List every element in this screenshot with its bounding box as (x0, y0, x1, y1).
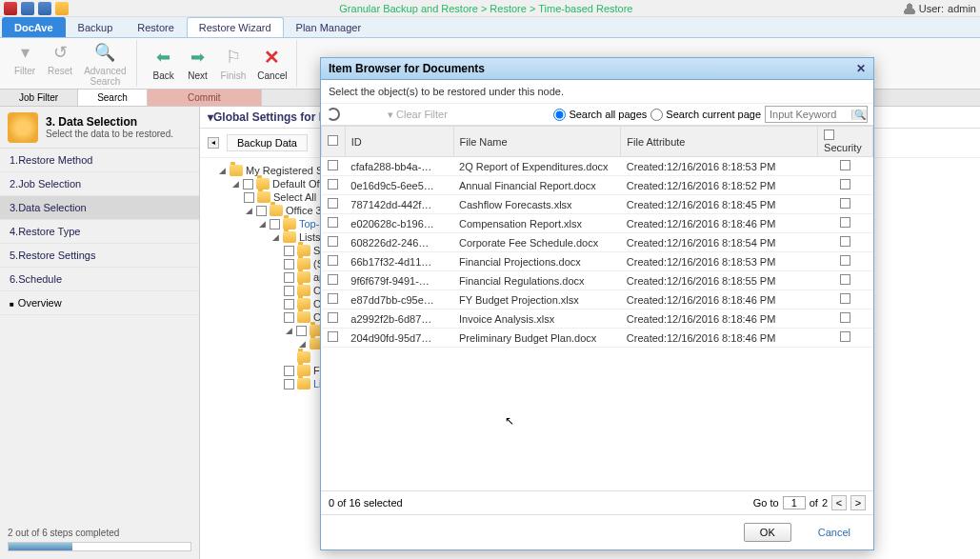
checkbox[interactable] (328, 198, 338, 209)
app-icon-2[interactable] (21, 2, 34, 15)
tab-restore[interactable]: Restore (125, 17, 187, 37)
toggle-icon[interactable]: ◢ (257, 219, 267, 229)
table-row[interactable]: 66b17f32-4d11…Financial Projections.docx… (322, 252, 873, 271)
next-button[interactable]: ➡Next (183, 44, 213, 83)
close-icon[interactable]: ✕ (856, 62, 866, 75)
checkbox[interactable] (284, 379, 294, 389)
col-checkbox[interactable] (322, 127, 346, 157)
toggle-icon[interactable]: ◢ (297, 339, 307, 349)
checkbox[interactable] (328, 312, 338, 323)
tab-restore-wizard[interactable]: Restore Wizard (187, 17, 284, 37)
checkbox[interactable] (284, 299, 294, 309)
checkbox[interactable] (284, 312, 294, 323)
search-icon[interactable]: 🔍 (851, 110, 867, 120)
next-page-button[interactable]: > (850, 495, 866, 510)
refresh-icon[interactable] (327, 108, 340, 121)
cell-filename: Corporate Fee Schedule.docx (453, 233, 621, 252)
toggle-icon[interactable]: ◢ (217, 166, 227, 175)
checkbox[interactable] (256, 206, 267, 216)
checkbox[interactable] (840, 198, 850, 209)
app-icon-3[interactable] (38, 2, 51, 15)
checkbox[interactable] (284, 286, 294, 296)
step-1[interactable]: 1.Restore Method (0, 149, 199, 172)
checkbox[interactable] (328, 135, 338, 146)
back-button[interactable]: ⬅Back (149, 44, 179, 83)
table-row[interactable]: 608226d2-246…Corporate Fee Schedule.docx… (322, 233, 873, 252)
ok-button[interactable]: OK (744, 523, 791, 542)
checkbox[interactable] (840, 293, 850, 304)
checkbox[interactable] (328, 293, 338, 304)
user-area[interactable]: User:admin (904, 3, 976, 14)
table-row[interactable]: 0e16d9c5-6ee5…Annual Financial Report.do… (322, 176, 873, 195)
table-row[interactable]: 9f6f679f-9491-…Financial Regulations.doc… (322, 271, 873, 290)
modal-toolbar: ▾ Clear Filter Search all pages Search c… (321, 103, 873, 126)
tab-plan-manager[interactable]: Plan Manager (284, 17, 374, 37)
reset-icon: ↺ (49, 41, 71, 64)
table-row[interactable]: 204d90fd-95d7…Preliminary Budget Plan.do… (322, 329, 873, 348)
col-id[interactable]: ID (345, 127, 453, 157)
table-row[interactable]: cfafa288-bb4a-…2Q Report of Expenditures… (322, 157, 873, 176)
toggle-icon[interactable]: ◢ (230, 179, 240, 189)
page-input[interactable] (783, 496, 806, 509)
progress-fill (9, 543, 72, 550)
table-row[interactable]: e020628c-b196…Compensation Report.xlsxCr… (322, 214, 873, 233)
toggle-icon[interactable]: ◢ (244, 206, 253, 215)
step-6[interactable]: 6.Schedule (0, 268, 199, 291)
cancel-button[interactable]: ✕Cancel (253, 44, 290, 83)
step-4[interactable]: 4.Restore Type (0, 220, 199, 244)
prev-page-button[interactable]: < (831, 495, 847, 510)
search-scope: Search all pages Search current page 🔍 (553, 106, 868, 123)
checkbox[interactable] (840, 160, 850, 170)
checkbox[interactable] (840, 179, 850, 190)
tab-brand[interactable]: DocAve (2, 17, 66, 37)
app-icon-4[interactable] (55, 2, 69, 15)
checkbox[interactable] (840, 217, 850, 228)
checkbox[interactable] (840, 312, 850, 323)
checkbox[interactable] (328, 217, 338, 228)
checkbox[interactable] (328, 255, 338, 266)
checkbox[interactable] (244, 192, 254, 203)
cancel-link[interactable]: Cancel (803, 523, 866, 542)
col-attribute[interactable]: File Attribute (621, 127, 818, 157)
search-input[interactable] (766, 107, 851, 122)
step-3[interactable]: 3.Data Selection (0, 196, 199, 220)
checkbox[interactable] (840, 255, 850, 266)
checkbox[interactable] (840, 331, 850, 342)
checkbox[interactable] (270, 219, 280, 230)
step-2[interactable]: 2.Job Selection (0, 172, 199, 196)
checkbox[interactable] (328, 160, 338, 170)
search-current-radio[interactable]: Search current page (650, 109, 761, 121)
tab-backup[interactable]: Backup (66, 17, 126, 37)
col-security[interactable]: Security (818, 127, 873, 157)
advanced-search-button: 🔍Advanced Search (80, 39, 130, 89)
table-row[interactable]: a2992f2b-6d87…Invoice Analysis.xlsxCreat… (322, 309, 873, 329)
col-filename[interactable]: File Name (453, 127, 621, 157)
checkbox[interactable] (284, 246, 294, 256)
checkbox[interactable] (296, 326, 307, 336)
checkbox[interactable] (284, 272, 294, 283)
checkbox[interactable] (328, 274, 338, 285)
toggle-icon[interactable]: ◢ (270, 232, 280, 242)
checkbox[interactable] (840, 236, 850, 247)
clear-filter-button[interactable]: ▾ Clear Filter (388, 109, 448, 121)
backup-handle[interactable]: ◂ (208, 137, 219, 149)
checkbox[interactable] (243, 179, 253, 190)
pager: Go to of 2 < > (753, 495, 866, 510)
toggle-icon[interactable]: ◢ (284, 326, 293, 335)
checkbox[interactable] (284, 259, 294, 270)
checkbox[interactable] (328, 179, 338, 190)
checkbox[interactable] (824, 130, 834, 140)
checkbox[interactable] (840, 274, 850, 285)
table-row[interactable]: 787142dd-442f…Cashflow Forecasts.xlsxCre… (322, 195, 873, 214)
search-all-radio[interactable]: Search all pages (553, 109, 647, 121)
app-icon-1[interactable] (4, 2, 17, 15)
checkbox[interactable] (284, 366, 294, 376)
checkbox[interactable] (328, 236, 338, 247)
table-row[interactable]: e87dd7bb-c95e…FY Budget Projection.xlsxC… (322, 290, 873, 309)
step-subtitle: Select the data to be restored. (46, 129, 173, 139)
step-header: 3. Data Selection Select the data to be … (0, 107, 199, 149)
step-5[interactable]: 5.Restore Settings (0, 244, 199, 268)
cell-filename: Preliminary Budget Plan.docx (453, 329, 621, 348)
checkbox[interactable] (328, 331, 338, 342)
step-overview[interactable]: Overview (0, 291, 199, 315)
